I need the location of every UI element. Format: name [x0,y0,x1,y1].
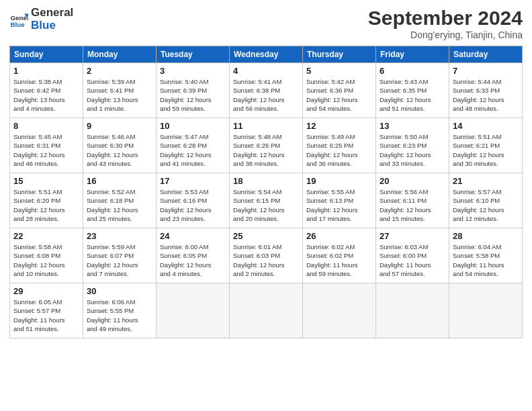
calendar-header-row: Sunday Monday Tuesday Wednesday Thursday… [10,46,523,63]
table-row [303,283,376,338]
col-wednesday: Wednesday [230,46,303,63]
day-info: Sunrise: 5:51 AMSunset: 6:21 PMDaylight:… [453,132,519,168]
table-row: 9 Sunrise: 5:46 AMSunset: 6:30 PMDayligh… [83,118,157,173]
day-number: 5 [306,66,372,76]
calendar-table: Sunday Monday Tuesday Wednesday Thursday… [9,46,523,338]
day-number: 14 [453,121,519,131]
col-tuesday: Tuesday [157,46,230,63]
calendar-week-row: 1 Sunrise: 5:38 AMSunset: 6:42 PMDayligh… [10,63,523,118]
day-number: 27 [380,231,445,241]
day-number: 6 [380,66,445,76]
day-info: Sunrise: 5:40 AMSunset: 6:39 PMDaylight:… [160,77,226,113]
table-row: 16 Sunrise: 5:52 AMSunset: 6:18 PMDaylig… [83,173,157,228]
table-row: 26 Sunrise: 6:02 AMSunset: 6:02 PMDaylig… [303,228,376,283]
table-row: 3 Sunrise: 5:40 AMSunset: 6:39 PMDayligh… [157,63,230,118]
table-row: 18 Sunrise: 5:54 AMSunset: 6:15 PMDaylig… [230,173,303,228]
day-info: Sunrise: 5:46 AMSunset: 6:30 PMDaylight:… [87,132,152,168]
table-row: 14 Sunrise: 5:51 AMSunset: 6:21 PMDaylig… [449,118,523,173]
col-monday: Monday [83,46,157,63]
table-row: 25 Sunrise: 6:01 AMSunset: 6:03 PMDaylig… [230,228,303,283]
day-info: Sunrise: 5:42 AMSunset: 6:36 PMDaylight:… [306,77,372,113]
day-info: Sunrise: 5:55 AMSunset: 6:13 PMDaylight:… [306,187,372,223]
day-info: Sunrise: 5:54 AMSunset: 6:15 PMDaylight:… [233,187,299,223]
day-number: 26 [306,231,372,241]
day-number: 8 [13,121,79,131]
day-number: 17 [160,176,226,186]
day-info: Sunrise: 6:03 AMSunset: 6:00 PMDaylight:… [380,242,445,278]
day-info: Sunrise: 5:58 AMSunset: 6:08 PMDaylight:… [13,242,79,278]
day-number: 30 [87,286,152,296]
day-info: Sunrise: 5:39 AMSunset: 6:41 PMDaylight:… [87,77,152,113]
day-number: 13 [380,121,445,131]
day-info: Sunrise: 6:01 AMSunset: 6:03 PMDaylight:… [233,242,299,278]
table-row: 12 Sunrise: 5:49 AMSunset: 6:25 PMDaylig… [303,118,376,173]
table-row: 2 Sunrise: 5:39 AMSunset: 6:41 PMDayligh… [83,63,157,118]
table-row: 13 Sunrise: 5:50 AMSunset: 6:23 PMDaylig… [376,118,449,173]
table-row: 5 Sunrise: 5:42 AMSunset: 6:36 PMDayligh… [303,63,376,118]
day-number: 11 [233,121,299,131]
table-row [157,283,230,338]
day-number: 12 [306,121,372,131]
day-info: Sunrise: 5:45 AMSunset: 6:31 PMDaylight:… [13,132,79,168]
page: General Blue General Blue September 2024… [0,0,532,411]
day-info: Sunrise: 5:49 AMSunset: 6:25 PMDaylight:… [306,132,372,168]
table-row [376,283,449,338]
day-info: Sunrise: 6:00 AMSunset: 6:05 PMDaylight:… [160,242,226,278]
svg-text:Blue: Blue [10,21,25,28]
day-info: Sunrise: 5:41 AMSunset: 6:38 PMDaylight:… [233,77,299,113]
day-number: 25 [233,231,299,241]
table-row: 7 Sunrise: 5:44 AMSunset: 6:33 PMDayligh… [449,63,523,118]
col-saturday: Saturday [449,46,523,63]
day-number: 1 [13,66,79,76]
calendar-week-row: 29 Sunrise: 6:05 AMSunset: 5:57 PMDaylig… [10,283,523,338]
day-info: Sunrise: 5:44 AMSunset: 6:33 PMDaylight:… [453,77,519,113]
table-row: 6 Sunrise: 5:43 AMSunset: 6:35 PMDayligh… [376,63,449,118]
table-row: 29 Sunrise: 6:05 AMSunset: 5:57 PMDaylig… [10,283,83,338]
col-sunday: Sunday [10,46,83,63]
day-number: 15 [13,176,79,186]
day-info: Sunrise: 5:51 AMSunset: 6:20 PMDaylight:… [13,187,79,223]
day-info: Sunrise: 6:02 AMSunset: 6:02 PMDaylight:… [306,242,372,278]
table-row: 30 Sunrise: 6:06 AMSunset: 5:55 PMDaylig… [83,283,157,338]
day-info: Sunrise: 6:06 AMSunset: 5:55 PMDaylight:… [87,298,152,333]
table-row: 4 Sunrise: 5:41 AMSunset: 6:38 PMDayligh… [230,63,303,118]
calendar-week-row: 15 Sunrise: 5:51 AMSunset: 6:20 PMDaylig… [10,173,523,228]
table-row: 11 Sunrise: 5:48 AMSunset: 6:26 PMDaylig… [230,118,303,173]
day-info: Sunrise: 5:38 AMSunset: 6:42 PMDaylight:… [13,77,79,113]
table-row: 22 Sunrise: 5:58 AMSunset: 6:08 PMDaylig… [10,228,83,283]
day-info: Sunrise: 5:59 AMSunset: 6:07 PMDaylight:… [87,242,152,278]
day-number: 9 [87,121,152,131]
logo: General Blue General Blue [9,7,73,32]
logo-icon: General Blue [9,10,28,29]
logo-text-line2: Blue [31,19,73,32]
day-info: Sunrise: 5:47 AMSunset: 6:28 PMDaylight:… [160,132,226,168]
day-info: Sunrise: 6:04 AMSunset: 5:58 PMDaylight:… [453,242,519,278]
day-info: Sunrise: 5:56 AMSunset: 6:11 PMDaylight:… [380,187,445,223]
day-number: 19 [306,176,372,186]
logo-text-line1: General [31,7,73,19]
day-info: Sunrise: 6:05 AMSunset: 5:57 PMDaylight:… [13,298,79,333]
day-number: 7 [453,66,519,76]
day-number: 29 [13,286,79,296]
day-number: 2 [87,66,152,76]
day-number: 23 [87,231,152,241]
table-row: 20 Sunrise: 5:56 AMSunset: 6:11 PMDaylig… [376,173,449,228]
day-info: Sunrise: 5:48 AMSunset: 6:26 PMDaylight:… [233,132,299,168]
header: General Blue General Blue September 2024… [9,7,523,40]
col-friday: Friday [376,46,449,63]
day-info: Sunrise: 5:50 AMSunset: 6:23 PMDaylight:… [380,132,445,168]
month-title: September 2024 [368,7,523,30]
day-info: Sunrise: 5:57 AMSunset: 6:10 PMDaylight:… [453,187,519,223]
table-row: 19 Sunrise: 5:55 AMSunset: 6:13 PMDaylig… [303,173,376,228]
day-number: 10 [160,121,226,131]
table-row: 24 Sunrise: 6:00 AMSunset: 6:05 PMDaylig… [157,228,230,283]
title-block: September 2024 Dong'erying, Tianjin, Chi… [368,7,523,40]
day-number: 24 [160,231,226,241]
calendar-week-row: 8 Sunrise: 5:45 AMSunset: 6:31 PMDayligh… [10,118,523,173]
day-number: 4 [233,66,299,76]
day-number: 18 [233,176,299,186]
table-row: 21 Sunrise: 5:57 AMSunset: 6:10 PMDaylig… [449,173,523,228]
table-row [230,283,303,338]
col-thursday: Thursday [303,46,376,63]
calendar-week-row: 22 Sunrise: 5:58 AMSunset: 6:08 PMDaylig… [10,228,523,283]
